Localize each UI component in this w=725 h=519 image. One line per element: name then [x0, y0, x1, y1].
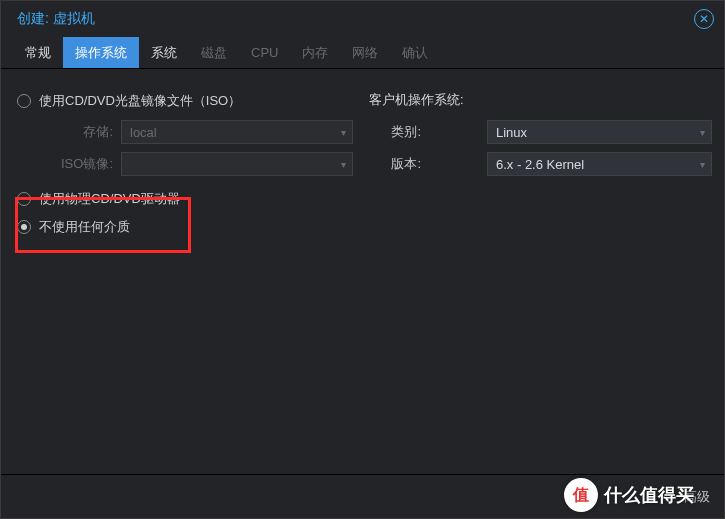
opt-nomedia-label: 不使用任何介质 [39, 218, 130, 236]
opt-physical[interactable]: 使用物理CD/DVD驱动器 [13, 185, 353, 213]
opt-use-iso-label: 使用CD/DVD光盘镜像文件（ISO） [39, 92, 241, 110]
tab-disk: 磁盘 [189, 37, 239, 68]
tab-memory: 内存 [290, 37, 340, 68]
category-label: 类别: [369, 123, 429, 141]
opt-physical-label: 使用物理CD/DVD驱动器 [39, 190, 180, 208]
guest-os-column: 客户机操作系统: 类别: Linux ▾ 版本: 6.x - 2.6 Kerne… [353, 87, 712, 474]
close-icon[interactable]: ✕ [694, 9, 714, 29]
storage-value: local [130, 125, 157, 140]
radio-icon [17, 192, 31, 206]
radio-icon [17, 220, 31, 234]
tab-network: 网络 [340, 37, 390, 68]
tab-content: 使用CD/DVD光盘镜像文件（ISO） 存储: local ▾ ISO镜像: ▾… [1, 69, 724, 474]
version-value: 6.x - 2.6 Kernel [496, 157, 584, 172]
title-bar: 创建: 虚拟机 ✕ [1, 1, 724, 37]
dialog-title: 创建: 虚拟机 [17, 10, 95, 28]
iso-label: ISO镜像: [13, 155, 121, 173]
storage-select: local ▾ [121, 120, 353, 144]
opt-use-iso[interactable]: 使用CD/DVD光盘镜像文件（ISO） [13, 87, 353, 115]
chevron-down-icon: ▾ [341, 159, 346, 170]
chevron-down-icon: ▾ [700, 127, 705, 138]
tab-cpu: CPU [239, 37, 290, 68]
tab-general[interactable]: 常规 [13, 37, 63, 68]
tab-confirm: 确认 [390, 37, 440, 68]
radio-icon [17, 94, 31, 108]
tab-os[interactable]: 操作系统 [63, 37, 139, 68]
advanced-label[interactable]: 高级 [684, 488, 710, 506]
category-select[interactable]: Linux ▾ [487, 120, 712, 144]
guest-os-header: 客户机操作系统: [369, 87, 712, 115]
chevron-down-icon: ▾ [700, 159, 705, 170]
footer-bar: 高级 [1, 474, 724, 518]
chevron-down-icon: ▾ [341, 127, 346, 138]
opt-nomedia[interactable]: 不使用任何介质 [13, 213, 353, 241]
iso-select: ▾ [121, 152, 353, 176]
media-column: 使用CD/DVD光盘镜像文件（ISO） 存储: local ▾ ISO镜像: ▾… [13, 87, 353, 474]
tab-bar: 常规 操作系统 系统 磁盘 CPU 内存 网络 确认 [1, 37, 724, 69]
version-select[interactable]: 6.x - 2.6 Kernel ▾ [487, 152, 712, 176]
storage-label: 存储: [13, 123, 121, 141]
tab-system[interactable]: 系统 [139, 37, 189, 68]
category-value: Linux [496, 125, 527, 140]
version-label: 版本: [369, 155, 429, 173]
